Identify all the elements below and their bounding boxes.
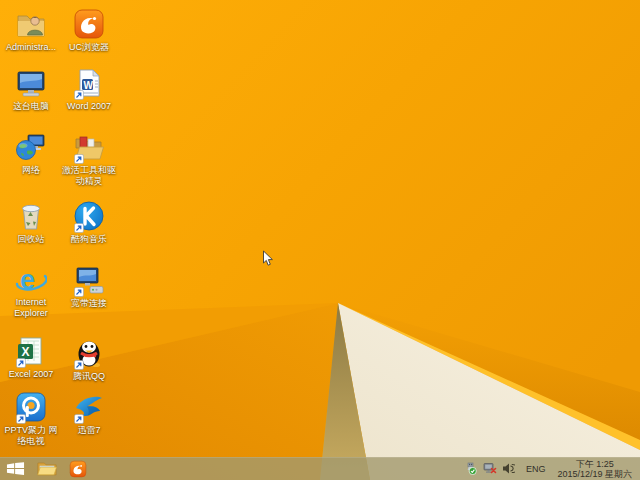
shortcut-arrow-icon	[74, 223, 84, 233]
ie-icon: e	[14, 262, 48, 296]
qq-penguin-icon	[72, 336, 106, 370]
tools-folder-icon	[72, 130, 106, 164]
desktop-icon-network[interactable]: 网络	[2, 130, 60, 176]
system-tray: ENG 下午 1:25 2015/12/19 星期六	[464, 459, 640, 479]
start-button[interactable]	[0, 457, 31, 480]
pptv-icon	[14, 390, 48, 424]
desktop-icon-internet-explorer[interactable]: e Internet Explorer	[2, 262, 60, 319]
desktop-icon-excel-2007[interactable]: X Excel 2007	[2, 334, 60, 380]
windows-logo-icon	[6, 461, 25, 476]
shortcut-arrow-icon	[16, 414, 26, 424]
icon-label: 络电视	[18, 436, 45, 447]
taskbar-item-uc-browser[interactable]	[63, 457, 93, 480]
desktop-icon-activation-tools[interactable]: 激活工具和驱 动精灵	[60, 130, 118, 187]
icon-label: PPTV聚力 网	[4, 425, 57, 436]
uc-browser-icon	[69, 460, 87, 478]
icon-label: 这台电脑	[13, 101, 49, 112]
desktop-icon-pptv[interactable]: PPTV聚力 网 络电视	[2, 390, 60, 447]
usb-safely-remove-icon[interactable]	[464, 462, 478, 476]
uc-browser-icon	[72, 7, 106, 41]
network-disconnected-icon[interactable]	[483, 462, 497, 476]
icon-label: Internet	[16, 297, 47, 308]
mouse-cursor	[262, 250, 273, 267]
icon-label: 宽带连接	[71, 298, 107, 309]
desktop-icon-xunlei-7[interactable]: 迅雷7	[60, 390, 118, 436]
icon-label: 动精灵	[76, 176, 103, 187]
icon-label: 回收站	[18, 234, 45, 245]
broadband-connection-icon	[72, 263, 106, 297]
shortcut-arrow-icon	[16, 358, 26, 368]
icon-label: 网络	[22, 165, 40, 176]
desktop-icon-kugou-music[interactable]: 酷狗音乐	[60, 199, 118, 245]
volume-icon[interactable]	[502, 462, 516, 476]
shortcut-arrow-icon	[74, 414, 84, 424]
clock-time: 下午 1:25	[576, 459, 614, 469]
user-folder-icon	[14, 7, 48, 41]
icon-label: 酷狗音乐	[71, 234, 107, 245]
desktop-icon-recycle-bin[interactable]: 回收站	[2, 199, 60, 245]
desktop-icon-this-pc[interactable]: 这台电脑	[2, 66, 60, 112]
taskbar-clock[interactable]: 下午 1:25 2015/12/19 星期六	[555, 459, 634, 479]
icon-label: 激活工具和驱	[62, 165, 116, 176]
taskbar-item-file-explorer[interactable]	[31, 457, 63, 480]
taskbar: ENG 下午 1:25 2015/12/19 星期六	[0, 457, 640, 480]
svg-text:W: W	[84, 80, 94, 91]
icon-label: Excel 2007	[9, 369, 54, 380]
excel-icon: X	[14, 334, 48, 368]
desktop-icon-word-2007[interactable]: W Word 2007	[60, 66, 118, 112]
computer-icon	[14, 66, 48, 100]
word-icon: W	[72, 66, 106, 100]
icon-label: Word 2007	[67, 101, 111, 112]
thunder-bird-icon	[72, 390, 106, 424]
shortcut-arrow-icon	[74, 154, 84, 164]
svg-text:X: X	[22, 345, 30, 359]
icon-label: 迅雷7	[77, 425, 100, 436]
desktop-icon-broadband[interactable]: 宽带连接	[60, 263, 118, 309]
kugou-k-icon	[72, 199, 106, 233]
network-globe-icon	[14, 130, 48, 164]
desktop-icon-administrator[interactable]: Administra...	[2, 7, 60, 53]
file-explorer-icon	[37, 460, 57, 477]
language-indicator[interactable]: ENG	[526, 464, 546, 474]
recycle-bin-icon	[14, 199, 48, 233]
icon-label: Explorer	[14, 308, 48, 319]
clock-date: 2015/12/19 星期六	[557, 469, 632, 479]
shortcut-arrow-icon	[74, 90, 84, 100]
icon-label: Administra...	[6, 42, 56, 53]
desktop-icon-uc-browser[interactable]: UC浏览器	[60, 7, 118, 53]
desktop-icon-tencent-qq[interactable]: 腾讯QQ	[60, 336, 118, 382]
desktop: Administra... 这台电脑	[0, 0, 640, 480]
icon-label: 腾讯QQ	[73, 371, 105, 382]
shortcut-arrow-icon	[74, 360, 84, 370]
shortcut-arrow-icon	[74, 287, 84, 297]
icon-label: UC浏览器	[69, 42, 109, 53]
